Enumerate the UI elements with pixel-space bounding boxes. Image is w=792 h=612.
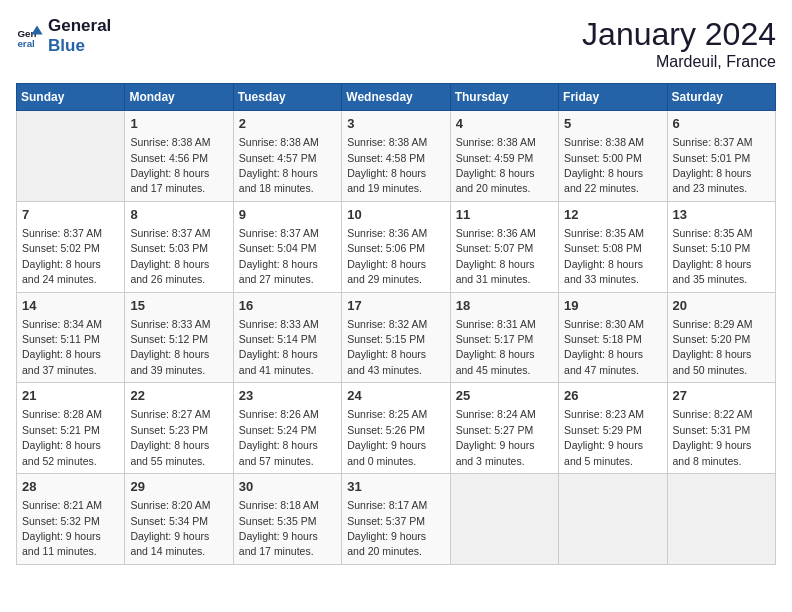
column-header-wednesday: Wednesday [342,84,450,111]
day-number: 7 [22,206,119,224]
day-number: 16 [239,297,336,315]
day-number: 15 [130,297,227,315]
day-info: Sunrise: 8:38 AM Sunset: 5:00 PM Dayligh… [564,136,644,194]
day-info: Sunrise: 8:37 AM Sunset: 5:04 PM Dayligh… [239,227,319,285]
day-number: 31 [347,478,444,496]
day-number: 17 [347,297,444,315]
column-header-monday: Monday [125,84,233,111]
calendar-cell: 10Sunrise: 8:36 AM Sunset: 5:06 PM Dayli… [342,201,450,292]
calendar-week-row: 14Sunrise: 8:34 AM Sunset: 5:11 PM Dayli… [17,292,776,383]
calendar-week-row: 1Sunrise: 8:38 AM Sunset: 4:56 PM Daylig… [17,111,776,202]
day-info: Sunrise: 8:32 AM Sunset: 5:15 PM Dayligh… [347,318,427,376]
day-info: Sunrise: 8:26 AM Sunset: 5:24 PM Dayligh… [239,408,319,466]
day-number: 21 [22,387,119,405]
day-info: Sunrise: 8:34 AM Sunset: 5:11 PM Dayligh… [22,318,102,376]
day-number: 8 [130,206,227,224]
day-info: Sunrise: 8:33 AM Sunset: 5:14 PM Dayligh… [239,318,319,376]
day-number: 19 [564,297,661,315]
day-number: 5 [564,115,661,133]
calendar-cell: 7Sunrise: 8:37 AM Sunset: 5:02 PM Daylig… [17,201,125,292]
day-info: Sunrise: 8:38 AM Sunset: 4:59 PM Dayligh… [456,136,536,194]
title-block: January 2024 Mardeuil, France [582,16,776,71]
day-info: Sunrise: 8:29 AM Sunset: 5:20 PM Dayligh… [673,318,753,376]
location: Mardeuil, France [582,53,776,71]
column-header-sunday: Sunday [17,84,125,111]
day-number: 3 [347,115,444,133]
calendar-cell [667,474,775,565]
day-number: 10 [347,206,444,224]
calendar-cell: 25Sunrise: 8:24 AM Sunset: 5:27 PM Dayli… [450,383,558,474]
day-info: Sunrise: 8:35 AM Sunset: 5:08 PM Dayligh… [564,227,644,285]
calendar-cell: 28Sunrise: 8:21 AM Sunset: 5:32 PM Dayli… [17,474,125,565]
day-info: Sunrise: 8:38 AM Sunset: 4:58 PM Dayligh… [347,136,427,194]
calendar-cell: 20Sunrise: 8:29 AM Sunset: 5:20 PM Dayli… [667,292,775,383]
calendar-cell: 9Sunrise: 8:37 AM Sunset: 5:04 PM Daylig… [233,201,341,292]
calendar-cell: 16Sunrise: 8:33 AM Sunset: 5:14 PM Dayli… [233,292,341,383]
day-number: 11 [456,206,553,224]
calendar-cell: 26Sunrise: 8:23 AM Sunset: 5:29 PM Dayli… [559,383,667,474]
day-info: Sunrise: 8:38 AM Sunset: 4:57 PM Dayligh… [239,136,319,194]
calendar-week-row: 7Sunrise: 8:37 AM Sunset: 5:02 PM Daylig… [17,201,776,292]
calendar-week-row: 28Sunrise: 8:21 AM Sunset: 5:32 PM Dayli… [17,474,776,565]
calendar-cell: 23Sunrise: 8:26 AM Sunset: 5:24 PM Dayli… [233,383,341,474]
column-header-tuesday: Tuesday [233,84,341,111]
day-number: 24 [347,387,444,405]
calendar-cell: 24Sunrise: 8:25 AM Sunset: 5:26 PM Dayli… [342,383,450,474]
day-number: 6 [673,115,770,133]
day-number: 14 [22,297,119,315]
day-number: 27 [673,387,770,405]
month-title: January 2024 [582,16,776,53]
day-info: Sunrise: 8:33 AM Sunset: 5:12 PM Dayligh… [130,318,210,376]
calendar-cell [17,111,125,202]
day-info: Sunrise: 8:36 AM Sunset: 5:07 PM Dayligh… [456,227,536,285]
day-info: Sunrise: 8:35 AM Sunset: 5:10 PM Dayligh… [673,227,753,285]
svg-text:eral: eral [17,39,35,50]
calendar-cell: 30Sunrise: 8:18 AM Sunset: 5:35 PM Dayli… [233,474,341,565]
day-info: Sunrise: 8:22 AM Sunset: 5:31 PM Dayligh… [673,408,753,466]
day-number: 25 [456,387,553,405]
day-number: 30 [239,478,336,496]
day-info: Sunrise: 8:18 AM Sunset: 5:35 PM Dayligh… [239,499,319,557]
day-number: 23 [239,387,336,405]
calendar-cell: 18Sunrise: 8:31 AM Sunset: 5:17 PM Dayli… [450,292,558,383]
calendar-cell: 1Sunrise: 8:38 AM Sunset: 4:56 PM Daylig… [125,111,233,202]
day-info: Sunrise: 8:17 AM Sunset: 5:37 PM Dayligh… [347,499,427,557]
calendar-cell: 22Sunrise: 8:27 AM Sunset: 5:23 PM Dayli… [125,383,233,474]
day-info: Sunrise: 8:30 AM Sunset: 5:18 PM Dayligh… [564,318,644,376]
column-header-friday: Friday [559,84,667,111]
calendar-cell [559,474,667,565]
calendar-cell: 5Sunrise: 8:38 AM Sunset: 5:00 PM Daylig… [559,111,667,202]
calendar-cell: 3Sunrise: 8:38 AM Sunset: 4:58 PM Daylig… [342,111,450,202]
logo: Gen eral General Blue [16,16,111,57]
calendar-cell: 29Sunrise: 8:20 AM Sunset: 5:34 PM Dayli… [125,474,233,565]
day-info: Sunrise: 8:27 AM Sunset: 5:23 PM Dayligh… [130,408,210,466]
calendar-cell: 11Sunrise: 8:36 AM Sunset: 5:07 PM Dayli… [450,201,558,292]
calendar-cell: 21Sunrise: 8:28 AM Sunset: 5:21 PM Dayli… [17,383,125,474]
logo-text-general: General [48,16,111,36]
calendar-cell: 14Sunrise: 8:34 AM Sunset: 5:11 PM Dayli… [17,292,125,383]
day-number: 12 [564,206,661,224]
calendar-cell: 31Sunrise: 8:17 AM Sunset: 5:37 PM Dayli… [342,474,450,565]
calendar-cell: 4Sunrise: 8:38 AM Sunset: 4:59 PM Daylig… [450,111,558,202]
calendar-cell: 19Sunrise: 8:30 AM Sunset: 5:18 PM Dayli… [559,292,667,383]
day-number: 13 [673,206,770,224]
calendar-cell: 2Sunrise: 8:38 AM Sunset: 4:57 PM Daylig… [233,111,341,202]
logo-text-blue: Blue [48,36,111,56]
day-number: 2 [239,115,336,133]
day-info: Sunrise: 8:38 AM Sunset: 4:56 PM Dayligh… [130,136,210,194]
day-info: Sunrise: 8:25 AM Sunset: 5:26 PM Dayligh… [347,408,427,466]
day-info: Sunrise: 8:37 AM Sunset: 5:02 PM Dayligh… [22,227,102,285]
calendar-cell: 13Sunrise: 8:35 AM Sunset: 5:10 PM Dayli… [667,201,775,292]
day-info: Sunrise: 8:21 AM Sunset: 5:32 PM Dayligh… [22,499,102,557]
calendar-cell [450,474,558,565]
calendar-cell: 17Sunrise: 8:32 AM Sunset: 5:15 PM Dayli… [342,292,450,383]
day-number: 4 [456,115,553,133]
calendar-cell: 27Sunrise: 8:22 AM Sunset: 5:31 PM Dayli… [667,383,775,474]
calendar-cell: 15Sunrise: 8:33 AM Sunset: 5:12 PM Dayli… [125,292,233,383]
day-info: Sunrise: 8:23 AM Sunset: 5:29 PM Dayligh… [564,408,644,466]
day-info: Sunrise: 8:36 AM Sunset: 5:06 PM Dayligh… [347,227,427,285]
day-number: 9 [239,206,336,224]
page-header: Gen eral General Blue January 2024 Marde… [16,16,776,71]
day-number: 18 [456,297,553,315]
calendar-week-row: 21Sunrise: 8:28 AM Sunset: 5:21 PM Dayli… [17,383,776,474]
